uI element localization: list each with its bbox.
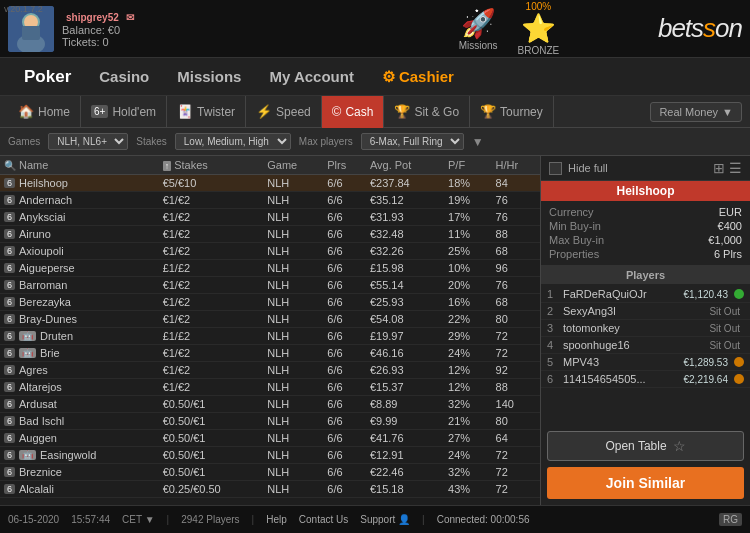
cell-stakes: €1/€2 xyxy=(159,243,264,260)
cell-pf: 27% xyxy=(444,430,492,447)
cell-hhr: 84 xyxy=(492,175,540,192)
table-row[interactable]: 6 🤖 Druten £1/£2NLH6/6£19.9729%72 xyxy=(0,328,540,345)
cell-avgpot: €9.99 xyxy=(366,413,444,430)
col-avgpot[interactable]: Avg. Pot xyxy=(366,156,444,175)
hide-full-label: Hide full xyxy=(568,162,608,174)
nav-missions[interactable]: Missions xyxy=(163,58,255,96)
table-row[interactable]: 6 Airuno €1/€2NLH6/6€32.4811%88 xyxy=(0,226,540,243)
top-bar: shipgrey52 ✉ Balance: €0 Tickets: 0 🚀 Mi… xyxy=(0,0,750,58)
bronze-icon-block[interactable]: 100% ⭐ BRONZE xyxy=(518,1,560,56)
cell-stakes: €5/€10 xyxy=(159,175,264,192)
table-row[interactable]: 6 🤖 Easingwold €0.50/€1NLH6/6€12.9124%72 xyxy=(0,447,540,464)
table-row[interactable]: 6 Andernach €1/€2NLH6/6€35.1219%76 xyxy=(0,192,540,209)
cell-game: NLH xyxy=(263,260,323,277)
col-plrs[interactable]: Plrs xyxy=(323,156,366,175)
timezone-arrow-icon[interactable]: ▼ xyxy=(145,514,155,525)
player-name-cell: Altarejos xyxy=(19,381,62,393)
holdem-icon: 6+ xyxy=(91,105,108,118)
col-stakes[interactable]: ↑ Stakes xyxy=(159,156,264,175)
table-row[interactable]: 6 Aigueperse £1/£2NLH6/6£15.9810%96 xyxy=(0,260,540,277)
maxplayers-label: Max players xyxy=(299,136,353,147)
cell-hhr: 76 xyxy=(492,209,540,226)
player-name-right: SexyAng3l xyxy=(563,305,705,317)
player-name-cell: Brie xyxy=(40,347,60,359)
cell-pf: 11% xyxy=(444,226,492,243)
col-game[interactable]: Game xyxy=(263,156,323,175)
cell-plrs: 6/6 xyxy=(323,481,366,498)
search-icon: 🔍 xyxy=(4,160,16,171)
list-view-icon[interactable]: ☰ xyxy=(729,160,742,176)
player-name-cell: Breznice xyxy=(19,466,62,478)
table-row[interactable]: 6 Auggen €0.50/€1NLH6/6€41.7627%64 xyxy=(0,430,540,447)
table-row[interactable]: 6 🤖 Brie €1/€2NLH6/6€46.1624%72 xyxy=(0,345,540,362)
table-row[interactable]: 6 Bad Ischl €0.50/€1NLH6/6€9.9921%80 xyxy=(0,413,540,430)
player-name-right: FaRDeRaQuiOJr xyxy=(563,288,676,300)
cell-stakes: €1/€2 xyxy=(159,311,264,328)
tab-tourney[interactable]: 🏆 Tourney xyxy=(470,96,554,128)
user-info: shipgrey52 ✉ Balance: €0 Tickets: 0 xyxy=(62,10,360,48)
table-row[interactable]: 6 Berezayka €1/€2NLH6/6€25.9316%68 xyxy=(0,294,540,311)
contact-link[interactable]: Contact Us xyxy=(299,514,348,525)
tab-sitgo[interactable]: 🏆 Sit & Go xyxy=(384,96,470,128)
nav-myaccount[interactable]: My Account xyxy=(255,58,367,96)
nav-casino[interactable]: Casino xyxy=(85,58,163,96)
badge-6: 6 xyxy=(4,484,15,494)
col-hhr[interactable]: H/Hr xyxy=(492,156,540,175)
table-row[interactable]: 6 Axioupoli €1/€2NLH6/6€32.2625%68 xyxy=(0,243,540,260)
status-players: 2942 Players xyxy=(181,514,239,525)
support-link[interactable]: Support 👤 xyxy=(360,514,410,525)
cell-name: 6 Andernach xyxy=(0,192,159,209)
maxplayers-select[interactable]: 6-Max, Full Ring xyxy=(361,133,464,150)
hide-full-checkbox[interactable] xyxy=(549,162,562,175)
cell-name: 6 Berezayka xyxy=(0,294,159,311)
cell-game: NLH xyxy=(263,175,323,192)
tab-holdem[interactable]: 6+ Hold'em xyxy=(81,96,167,128)
grid-view-icon[interactable]: ⊞ xyxy=(713,160,725,176)
nav-cashier[interactable]: ⚙ Cashier xyxy=(368,58,468,96)
player-dot-icon xyxy=(734,374,744,384)
currency-row: Currency EUR xyxy=(549,205,742,219)
filter-funnel-icon[interactable]: ▼ xyxy=(472,135,484,149)
cell-avgpot: €25.93 xyxy=(366,294,444,311)
cell-pf: 17% xyxy=(444,209,492,226)
col-name[interactable]: 🔍 Name xyxy=(0,156,159,175)
table-row[interactable]: 6 Breznice €0.50/€1NLH6/6€22.4632%72 xyxy=(0,464,540,481)
table-row[interactable]: 6 Altarejos €1/€2NLH6/6€15.3712%88 xyxy=(0,379,540,396)
games-select[interactable]: NLH, NL6+ xyxy=(48,133,128,150)
real-money-button[interactable]: Real Money ▼ xyxy=(650,102,742,122)
table-row[interactable]: 6 Bray-Dunes €1/€2NLH6/6€54.0822%80 xyxy=(0,311,540,328)
open-table-button[interactable]: Open Table ☆ xyxy=(547,431,744,461)
player-name-cell: Druten xyxy=(40,330,73,342)
cell-game: NLH xyxy=(263,294,323,311)
tab-cash[interactable]: © Cash xyxy=(322,96,385,128)
col-pf[interactable]: P/F xyxy=(444,156,492,175)
cell-hhr: 76 xyxy=(492,192,540,209)
center-icons: 🚀 Missions 100% ⭐ BRONZE xyxy=(360,1,658,56)
tab-twister[interactable]: 🃏 Twister xyxy=(167,96,246,128)
cell-pf: 29% xyxy=(444,328,492,345)
cell-avgpot: €15.18 xyxy=(366,481,444,498)
help-link[interactable]: Help xyxy=(266,514,287,525)
stakes-select[interactable]: Low, Medium, High xyxy=(175,133,291,150)
tab-speed[interactable]: ⚡ Speed xyxy=(246,96,322,128)
user-tickets: Tickets: 0 xyxy=(62,36,360,48)
cell-plrs: 6/6 xyxy=(323,464,366,481)
cell-plrs: 6/6 xyxy=(323,260,366,277)
join-similar-button[interactable]: Join Similar xyxy=(547,467,744,499)
player-list-item: 2 SexyAng3l Sit Out xyxy=(541,303,750,320)
nav-poker[interactable]: Poker xyxy=(10,58,85,96)
filters-bar: Games NLH, NL6+ Stakes Low, Medium, High… xyxy=(0,128,750,156)
table-row[interactable]: 6 Barroman €1/€2NLH6/6€55.1420%76 xyxy=(0,277,540,294)
table-row[interactable]: 6 Anyksciai €1/€2NLH6/6€31.9317%76 xyxy=(0,209,540,226)
tab-home[interactable]: 🏠 Home xyxy=(8,96,81,128)
table-row[interactable]: 6 Ardusat €0.50/€1NLH6/6€8.8932%140 xyxy=(0,396,540,413)
player-name-cell: Andernach xyxy=(19,194,72,206)
table-row[interactable]: 6 Alcalali €0.25/€0.50NLH6/6€15.1843%72 xyxy=(0,481,540,498)
missions-icon-block[interactable]: 🚀 Missions xyxy=(459,7,498,51)
cell-hhr: 140 xyxy=(492,396,540,413)
cell-plrs: 6/6 xyxy=(323,362,366,379)
cell-game: NLH xyxy=(263,243,323,260)
table-row[interactable]: 6 Heilshoop €5/€10NLH6/6€237.8418%84 xyxy=(0,175,540,192)
table-row[interactable]: 6 Agres €1/€2NLH6/6€26.9312%92 xyxy=(0,362,540,379)
badge-6: 6 xyxy=(4,212,15,222)
